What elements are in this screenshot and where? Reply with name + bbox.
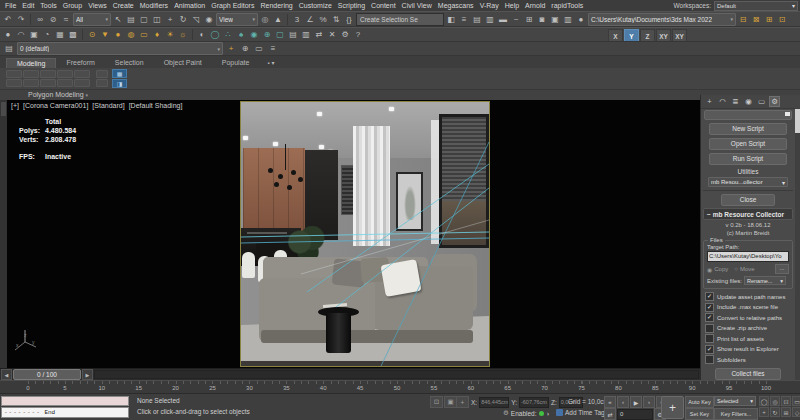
menu-v-ray[interactable]: V-Ray bbox=[477, 2, 502, 9]
menu-help[interactable]: Help bbox=[502, 2, 522, 9]
key-selection-dropdown[interactable]: Selected ▾ bbox=[714, 396, 756, 406]
doc-icon[interactable]: ▥ bbox=[300, 29, 312, 41]
viewport-render-preset-label[interactable]: [Standard] bbox=[92, 102, 124, 109]
dome-light-icon[interactable]: ◠ bbox=[15, 29, 27, 41]
ribbon-button-9[interactable] bbox=[57, 79, 73, 87]
absolute-mode-icon[interactable]: + bbox=[456, 396, 469, 408]
viewport-pov-label[interactable]: [Corona Camera001] bbox=[23, 102, 88, 109]
menu-rapidtools[interactable]: rapidTools bbox=[548, 2, 586, 9]
existing-files-dropdown[interactable]: Rename... ▾ bbox=[744, 276, 786, 285]
checkbox-icon[interactable] bbox=[705, 355, 714, 364]
current-frame-field[interactable]: 0 bbox=[617, 409, 653, 420]
window-crossing-icon[interactable]: ◫ bbox=[151, 13, 163, 25]
menu-edit[interactable]: Edit bbox=[19, 2, 37, 9]
pan-icon[interactable]: + bbox=[759, 407, 769, 417]
maxscript-rollout-header[interactable] bbox=[704, 110, 792, 120]
ribbon-overflow[interactable]: ▪ ▾ bbox=[267, 59, 274, 68]
zoom-extents-icon[interactable]: ⊡ bbox=[781, 396, 791, 406]
half-circle-icon[interactable]: ◑ bbox=[546, 410, 550, 417]
menu-graph-editors[interactable]: Graph Editors bbox=[208, 2, 257, 9]
ribbon-tab-selection[interactable]: Selection bbox=[105, 58, 154, 68]
walk-through-icon[interactable]: ◇ bbox=[792, 407, 800, 417]
unlink-selection-icon[interactable]: ⊘ bbox=[47, 13, 59, 25]
project-folder-dropdown[interactable]: C:\Users\Kutay\Documents\3ds Max 2022▾ bbox=[588, 13, 736, 26]
select-and-move-icon[interactable]: + bbox=[164, 13, 176, 25]
select-and-link-icon[interactable]: ∞ bbox=[34, 13, 46, 25]
ribbon-button-5[interactable] bbox=[74, 70, 90, 78]
display-tab[interactable]: ▭ bbox=[756, 96, 767, 107]
copy-radio[interactable]: ◉ bbox=[707, 266, 712, 273]
spinner-snap-icon[interactable]: ⇅ bbox=[330, 13, 342, 25]
converter-icon[interactable]: ⇄ bbox=[313, 29, 325, 41]
select-by-name-icon[interactable]: ▤ bbox=[125, 13, 137, 25]
utility-selector-dropdown[interactable]: mb Resou...ollector ▾ bbox=[708, 177, 788, 187]
disc-light-icon[interactable]: ◍ bbox=[125, 29, 137, 41]
new-script-button[interactable]: New Script bbox=[709, 123, 787, 135]
menu-megascans[interactable]: Megascans bbox=[435, 2, 477, 9]
snaps-toggle-icon[interactable]: 3 bbox=[291, 13, 303, 25]
ribbon-button-3[interactable] bbox=[40, 70, 56, 78]
toggle-layer-explorer-icon[interactable]: ▥ bbox=[484, 13, 496, 25]
select-and-rotate-icon[interactable]: ↻ bbox=[177, 13, 189, 25]
ribbon-button-7[interactable] bbox=[23, 79, 39, 87]
ribbon-button-4[interactable] bbox=[57, 70, 73, 78]
track-bar[interactable]: 0510152025303540455055606570758085909510… bbox=[0, 380, 800, 394]
modify-tab[interactable]: ◠ bbox=[717, 96, 728, 107]
key-mode-toggle-icon[interactable]: ⇄ bbox=[604, 408, 616, 420]
save-folder-icon[interactable]: ⊠ bbox=[750, 13, 762, 25]
option-create-zip-archive[interactable]: Create .zip archive bbox=[705, 324, 795, 333]
time-tag[interactable]: Add Time Tag bbox=[556, 409, 605, 416]
sun-light-icon[interactable]: ☀ bbox=[164, 29, 176, 41]
checkbox-icon[interactable]: ✓ bbox=[705, 345, 714, 354]
ribbon-tab-modeling[interactable]: Modeling bbox=[6, 58, 56, 68]
proxy-object-icon[interactable]: ▩ bbox=[67, 29, 79, 41]
checkbox-icon[interactable] bbox=[705, 324, 714, 333]
set-current-layer-icon[interactable]: ≡ bbox=[267, 43, 279, 55]
create-tab[interactable]: + bbox=[704, 96, 715, 107]
material-editor-icon[interactable]: ◙ bbox=[536, 13, 548, 25]
edit-named-selection-sets-icon[interactable]: {} bbox=[343, 13, 355, 25]
render-setup-icon[interactable]: ▣ bbox=[549, 13, 561, 25]
rectangular-selection-region-icon[interactable]: ▢ bbox=[138, 13, 150, 25]
select-and-scale-icon[interactable]: ◹ bbox=[190, 13, 202, 25]
maximize-viewport-toggle-icon[interactable]: ⊞ bbox=[781, 407, 791, 417]
option-include-max-scene-file[interactable]: ✓Include .max scene file bbox=[705, 303, 795, 312]
next-frame-button[interactable]: › bbox=[643, 396, 655, 408]
sphere-light-icon[interactable]: ● bbox=[112, 29, 124, 41]
select-and-place-icon[interactable]: ◉ bbox=[203, 13, 215, 25]
ribbon-button-2[interactable] bbox=[23, 70, 39, 78]
mesh-tools-icon[interactable]: ▦ bbox=[54, 29, 66, 41]
set-key-button[interactable]: Set Key bbox=[685, 408, 714, 420]
ies-light-icon[interactable]: ♦ bbox=[151, 29, 163, 41]
previous-frame-arrow[interactable]: ◀ bbox=[1, 369, 12, 380]
menu-animation[interactable]: Animation bbox=[171, 2, 208, 9]
toggle-scene-explorer-icon[interactable]: ▤ bbox=[471, 13, 483, 25]
menu-group[interactable]: Group bbox=[60, 2, 85, 9]
target-camera-icon[interactable]: ⊕ bbox=[261, 29, 273, 41]
ribbon-small-button-2[interactable] bbox=[96, 79, 108, 87]
panel-scrollbar-thumb[interactable] bbox=[795, 109, 800, 133]
menu-file[interactable]: File bbox=[2, 2, 19, 9]
physical-camera-icon[interactable]: ▢ bbox=[274, 29, 286, 41]
zoom-icon[interactable]: ◯ bbox=[759, 396, 769, 406]
maxscript-mini-listener-pink[interactable] bbox=[1, 396, 129, 406]
ribbon-small-button-1[interactable] bbox=[96, 70, 108, 78]
go-to-start-button[interactable]: « bbox=[604, 396, 616, 408]
render-globe-icon[interactable]: ◯ bbox=[209, 29, 221, 41]
play-button[interactable]: ▶ bbox=[630, 396, 642, 408]
toggle-ribbon-icon[interactable]: ▬ bbox=[497, 13, 509, 25]
ribbon-tab-object-paint[interactable]: Object Paint bbox=[154, 58, 212, 68]
menu-tools[interactable]: Tools bbox=[37, 2, 59, 9]
settings-icon[interactable]: ⚙ bbox=[339, 29, 351, 41]
move-radio[interactable]: ○ bbox=[734, 266, 738, 272]
next-frame-arrow[interactable]: ▶ bbox=[82, 369, 93, 380]
rendered-frame-window-icon[interactable]: ▥ bbox=[562, 13, 574, 25]
run-script-button[interactable]: Run Script bbox=[709, 153, 787, 165]
paint-bucket-icon[interactable]: ◔ bbox=[41, 29, 53, 41]
polygon-modeling-panel-label[interactable]: Polygon Modeling ▾ bbox=[28, 91, 88, 98]
select-and-manipulate-icon[interactable]: ▲ bbox=[272, 13, 284, 25]
option-convert-to-relative-paths[interactable]: ✓Convert to relative paths bbox=[705, 313, 795, 322]
named-selection-set-input[interactable]: Create Selection Se bbox=[356, 13, 444, 26]
checkbox-icon[interactable]: ✓ bbox=[705, 303, 714, 312]
scatter-icon[interactable]: ∴ bbox=[222, 29, 234, 41]
